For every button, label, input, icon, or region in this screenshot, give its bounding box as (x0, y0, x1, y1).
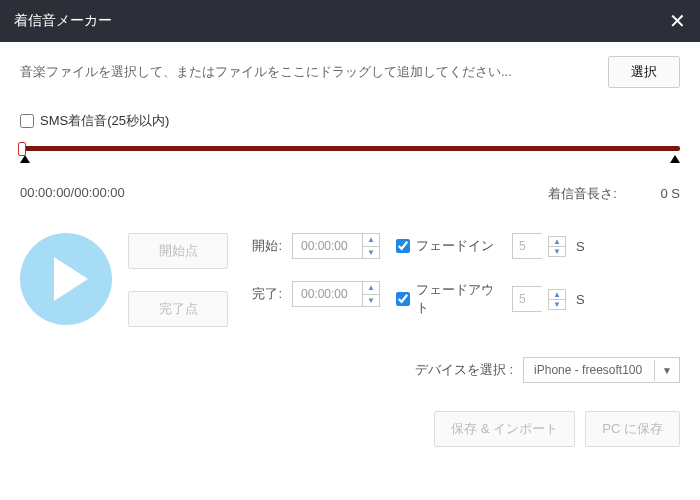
play-button[interactable] (20, 233, 112, 325)
fade-in-label: フェードイン (416, 237, 506, 255)
sms-label-text: SMS着信音(25秒以内) (40, 112, 169, 130)
chevron-down-icon[interactable]: ▼ (654, 360, 679, 381)
fade-in-spinner: ▲ ▼ (548, 236, 566, 257)
start-marker-icon[interactable] (20, 155, 30, 163)
fade-out-checkbox[interactable] (396, 292, 410, 306)
fade-in-checkbox[interactable] (396, 239, 410, 253)
device-row: デバイスを選択 : iPhone - freesoft100 ▼ (0, 339, 700, 383)
chevron-down-icon[interactable]: ▼ (549, 300, 565, 309)
select-file-button[interactable]: 選択 (608, 56, 680, 88)
device-value: iPhone - freesoft100 (524, 358, 654, 382)
title-text: 着信音メーカー (14, 12, 112, 30)
sms-option-row: SMS着信音(25秒以内) (0, 88, 700, 140)
timeline-handle[interactable] (18, 142, 26, 156)
chevron-down-icon[interactable]: ▼ (363, 295, 379, 307)
time-inputs-col: 開始: ▲ ▼ 完了: ▲ ▼ (244, 233, 380, 307)
chevron-up-icon[interactable]: ▲ (363, 282, 379, 295)
titlebar: 着信音メーカー ✕ (0, 0, 700, 42)
fade-col: フェードイン ▲ ▼ S フェードアウト ▲ ▼ S (396, 233, 585, 317)
duration-label: 着信音長さ: (548, 186, 617, 201)
timeline-markers (20, 155, 680, 163)
fade-out-unit: S (576, 292, 585, 307)
end-time-label: 完了: (244, 285, 282, 303)
save-import-button[interactable]: 保存 & インポート (434, 411, 575, 447)
start-time-label: 開始: (244, 237, 282, 255)
save-pc-button[interactable]: PC に保存 (585, 411, 680, 447)
chevron-up-icon[interactable]: ▲ (549, 290, 565, 300)
fade-out-row: フェードアウト ▲ ▼ S (396, 281, 585, 317)
end-marker-icon[interactable] (670, 155, 680, 163)
end-time-spinner: ▲ ▼ (362, 281, 380, 307)
end-time-input-wrap: ▲ ▼ (292, 281, 380, 307)
timeline (0, 140, 700, 163)
chevron-up-icon[interactable]: ▲ (549, 237, 565, 247)
timeline-track[interactable] (20, 146, 680, 151)
fade-out-spinner: ▲ ▼ (548, 289, 566, 310)
time-info-row: 00:00:00/00:00:00 着信音長さ: 0 S (0, 163, 700, 203)
start-time-input-wrap: ▲ ▼ (292, 233, 380, 259)
file-hint-text: 音楽ファイルを選択して、またはファイルをここにドラッグして追加してください... (20, 63, 512, 81)
device-label: デバイスを選択 : (415, 361, 513, 379)
bottom-actions: 保存 & インポート PC に保存 (0, 383, 700, 447)
device-select[interactable]: iPhone - freesoft100 ▼ (523, 357, 680, 383)
file-select-row: 音楽ファイルを選択して、またはファイルをここにドラッグして追加してください...… (0, 42, 700, 88)
sms-checkbox[interactable] (20, 114, 34, 128)
start-time-input[interactable] (292, 233, 362, 259)
end-time-input[interactable] (292, 281, 362, 307)
close-icon[interactable]: ✕ (669, 11, 686, 31)
end-time-row: 完了: ▲ ▼ (244, 281, 380, 307)
sms-checkbox-label[interactable]: SMS着信音(25秒以内) (20, 112, 680, 130)
fade-in-row: フェードイン ▲ ▼ S (396, 233, 585, 259)
fade-in-value[interactable] (512, 233, 542, 259)
start-point-button[interactable]: 開始点 (128, 233, 228, 269)
duration-wrap: 着信音長さ: 0 S (548, 185, 680, 203)
chevron-up-icon[interactable]: ▲ (363, 234, 379, 247)
point-buttons-col: 開始点 完了点 (128, 233, 228, 327)
fade-out-value[interactable] (512, 286, 542, 312)
play-icon (54, 257, 88, 301)
fade-in-unit: S (576, 239, 585, 254)
duration-value: 0 S (660, 186, 680, 201)
fade-out-label: フェードアウト (416, 281, 506, 317)
start-time-row: 開始: ▲ ▼ (244, 233, 380, 259)
chevron-down-icon[interactable]: ▼ (363, 247, 379, 259)
time-display: 00:00:00/00:00:00 (20, 185, 125, 203)
controls-area: 開始点 完了点 開始: ▲ ▼ 完了: ▲ ▼ (0, 203, 700, 339)
chevron-down-icon[interactable]: ▼ (549, 247, 565, 256)
start-time-spinner: ▲ ▼ (362, 233, 380, 259)
end-point-button[interactable]: 完了点 (128, 291, 228, 327)
